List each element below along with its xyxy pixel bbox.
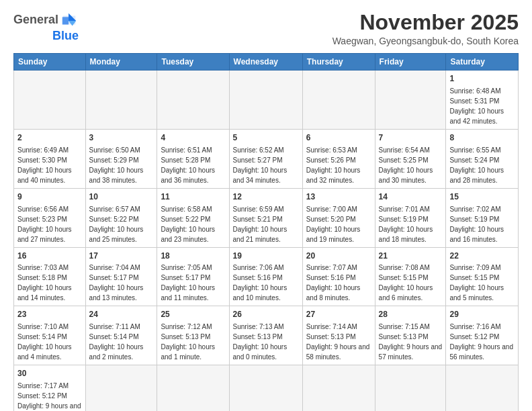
day-info: Sunrise: 7:11 AM Sunset: 5:14 PM Dayligh… xyxy=(89,322,154,362)
day-number: 25 xyxy=(161,309,225,320)
svg-marker-3 xyxy=(62,17,69,24)
calendar-cell xyxy=(85,71,157,130)
calendar-cell: 29Sunrise: 7:16 AM Sunset: 5:12 PM Dayli… xyxy=(446,306,519,365)
day-info: Sunrise: 7:12 AM Sunset: 5:13 PM Dayligh… xyxy=(161,322,225,362)
calendar-cell: 17Sunrise: 7:04 AM Sunset: 5:17 PM Dayli… xyxy=(85,247,157,306)
calendar-cell: 6Sunrise: 6:53 AM Sunset: 5:26 PM Daylig… xyxy=(302,129,375,188)
calendar-cell: 15Sunrise: 7:02 AM Sunset: 5:19 PM Dayli… xyxy=(446,188,519,247)
day-number: 7 xyxy=(379,132,443,144)
calendar-cell: 21Sunrise: 7:08 AM Sunset: 5:15 PM Dayli… xyxy=(375,247,446,306)
calendar-cell: 11Sunrise: 6:58 AM Sunset: 5:22 PM Dayli… xyxy=(157,188,229,247)
day-number: 11 xyxy=(161,191,225,203)
page: General Blue November 2025 Waegwan, Gyeo… xyxy=(0,0,532,411)
calendar-header: Sunday Monday Tuesday Wednesday Thursday… xyxy=(14,54,519,71)
day-info: Sunrise: 7:03 AM Sunset: 5:18 PM Dayligh… xyxy=(17,263,82,303)
day-number: 17 xyxy=(89,250,154,262)
day-number: 2 xyxy=(17,132,82,144)
calendar-cell: 24Sunrise: 7:11 AM Sunset: 5:14 PM Dayli… xyxy=(85,306,157,365)
day-info: Sunrise: 7:05 AM Sunset: 5:17 PM Dayligh… xyxy=(161,263,225,303)
day-number: 24 xyxy=(89,309,154,320)
day-number: 22 xyxy=(449,250,515,262)
col-friday: Friday xyxy=(375,54,446,71)
day-number: 20 xyxy=(306,250,371,262)
day-info: Sunrise: 7:07 AM Sunset: 5:16 PM Dayligh… xyxy=(306,263,371,303)
col-thursday: Thursday xyxy=(302,54,375,71)
logo-blue-icon xyxy=(60,11,79,30)
day-info: Sunrise: 7:10 AM Sunset: 5:14 PM Dayligh… xyxy=(17,322,82,362)
calendar-week-0: 1Sunrise: 6:48 AM Sunset: 5:31 PM Daylig… xyxy=(14,71,519,130)
calendar-cell xyxy=(375,365,446,411)
day-info: Sunrise: 7:14 AM Sunset: 5:13 PM Dayligh… xyxy=(306,322,371,362)
calendar-cell: 14Sunrise: 7:01 AM Sunset: 5:19 PM Dayli… xyxy=(375,188,446,247)
calendar-cell: 20Sunrise: 7:07 AM Sunset: 5:16 PM Dayli… xyxy=(302,247,375,306)
col-tuesday: Tuesday xyxy=(157,54,229,71)
day-number: 14 xyxy=(379,191,443,203)
calendar-cell: 8Sunrise: 6:55 AM Sunset: 5:24 PM Daylig… xyxy=(446,129,519,188)
calendar-cell xyxy=(157,71,229,130)
col-wednesday: Wednesday xyxy=(229,54,302,71)
calendar-cell: 19Sunrise: 7:06 AM Sunset: 5:16 PM Dayli… xyxy=(229,247,302,306)
calendar-cell xyxy=(302,71,375,130)
calendar-cell: 26Sunrise: 7:13 AM Sunset: 5:13 PM Dayli… xyxy=(229,306,302,365)
calendar-week-1: 2Sunrise: 6:49 AM Sunset: 5:30 PM Daylig… xyxy=(14,129,519,188)
day-number: 19 xyxy=(233,250,299,262)
day-info: Sunrise: 6:59 AM Sunset: 5:21 PM Dayligh… xyxy=(233,204,299,244)
calendar-cell xyxy=(157,365,229,411)
day-info: Sunrise: 6:58 AM Sunset: 5:22 PM Dayligh… xyxy=(161,204,225,244)
calendar-week-5: 30Sunrise: 7:17 AM Sunset: 5:12 PM Dayli… xyxy=(14,365,519,411)
calendar-cell: 1Sunrise: 6:48 AM Sunset: 5:31 PM Daylig… xyxy=(446,71,519,130)
day-info: Sunrise: 6:51 AM Sunset: 5:28 PM Dayligh… xyxy=(161,145,225,185)
day-number: 3 xyxy=(89,132,154,144)
day-number: 9 xyxy=(17,191,82,203)
calendar-cell: 4Sunrise: 6:51 AM Sunset: 5:28 PM Daylig… xyxy=(157,129,229,188)
day-info: Sunrise: 7:16 AM Sunset: 5:12 PM Dayligh… xyxy=(449,322,515,362)
day-number: 27 xyxy=(306,309,371,320)
col-monday: Monday xyxy=(85,54,157,71)
day-number: 29 xyxy=(449,309,515,320)
day-number: 12 xyxy=(233,191,299,203)
calendar-cell xyxy=(229,71,302,130)
day-number: 4 xyxy=(161,132,225,144)
calendar-body: 1Sunrise: 6:48 AM Sunset: 5:31 PM Daylig… xyxy=(14,71,519,411)
day-info: Sunrise: 6:50 AM Sunset: 5:29 PM Dayligh… xyxy=(89,145,154,185)
day-number: 30 xyxy=(17,368,82,379)
month-title: November 2025 xyxy=(332,11,519,34)
calendar-cell: 12Sunrise: 6:59 AM Sunset: 5:21 PM Dayli… xyxy=(229,188,302,247)
weekday-row: Sunday Monday Tuesday Wednesday Thursday… xyxy=(14,54,519,71)
calendar-cell: 22Sunrise: 7:09 AM Sunset: 5:15 PM Dayli… xyxy=(446,247,519,306)
day-number: 8 xyxy=(449,132,515,144)
day-info: Sunrise: 6:54 AM Sunset: 5:25 PM Dayligh… xyxy=(379,145,443,185)
header: General Blue November 2025 Waegwan, Gyeo… xyxy=(13,11,519,46)
day-info: Sunrise: 7:06 AM Sunset: 5:16 PM Dayligh… xyxy=(233,263,299,303)
day-number: 28 xyxy=(379,309,443,320)
calendar-cell: 25Sunrise: 7:12 AM Sunset: 5:13 PM Dayli… xyxy=(157,306,229,365)
calendar-cell xyxy=(14,71,86,130)
day-info: Sunrise: 6:53 AM Sunset: 5:26 PM Dayligh… xyxy=(306,145,371,185)
calendar-cell: 13Sunrise: 7:00 AM Sunset: 5:20 PM Dayli… xyxy=(302,188,375,247)
day-info: Sunrise: 7:02 AM Sunset: 5:19 PM Dayligh… xyxy=(449,204,515,244)
calendar-week-3: 16Sunrise: 7:03 AM Sunset: 5:18 PM Dayli… xyxy=(14,247,519,306)
logo: General Blue xyxy=(13,11,79,43)
day-info: Sunrise: 7:01 AM Sunset: 5:19 PM Dayligh… xyxy=(379,204,443,244)
calendar-week-2: 9Sunrise: 6:56 AM Sunset: 5:23 PM Daylig… xyxy=(14,188,519,247)
day-info: Sunrise: 6:49 AM Sunset: 5:30 PM Dayligh… xyxy=(17,145,82,185)
day-number: 10 xyxy=(89,191,154,203)
day-number: 15 xyxy=(449,191,515,203)
calendar-cell: 23Sunrise: 7:10 AM Sunset: 5:14 PM Dayli… xyxy=(14,306,86,365)
day-number: 21 xyxy=(379,250,443,262)
day-info: Sunrise: 7:00 AM Sunset: 5:20 PM Dayligh… xyxy=(306,204,371,244)
logo-general: General xyxy=(13,13,58,27)
calendar-week-4: 23Sunrise: 7:10 AM Sunset: 5:14 PM Dayli… xyxy=(14,306,519,365)
calendar-cell: 16Sunrise: 7:03 AM Sunset: 5:18 PM Dayli… xyxy=(14,247,86,306)
col-sunday: Sunday xyxy=(14,54,86,71)
calendar-cell: 7Sunrise: 6:54 AM Sunset: 5:25 PM Daylig… xyxy=(375,129,446,188)
calendar-cell: 9Sunrise: 6:56 AM Sunset: 5:23 PM Daylig… xyxy=(14,188,86,247)
calendar-cell: 18Sunrise: 7:05 AM Sunset: 5:17 PM Dayli… xyxy=(157,247,229,306)
day-info: Sunrise: 7:08 AM Sunset: 5:15 PM Dayligh… xyxy=(379,263,443,303)
calendar-cell: 27Sunrise: 7:14 AM Sunset: 5:13 PM Dayli… xyxy=(302,306,375,365)
day-info: Sunrise: 6:57 AM Sunset: 5:22 PM Dayligh… xyxy=(89,204,154,244)
day-number: 18 xyxy=(161,250,225,262)
day-number: 13 xyxy=(306,191,371,203)
calendar-cell: 2Sunrise: 6:49 AM Sunset: 5:30 PM Daylig… xyxy=(14,129,86,188)
location: Waegwan, Gyeongsangbuk-do, South Korea xyxy=(332,36,519,46)
